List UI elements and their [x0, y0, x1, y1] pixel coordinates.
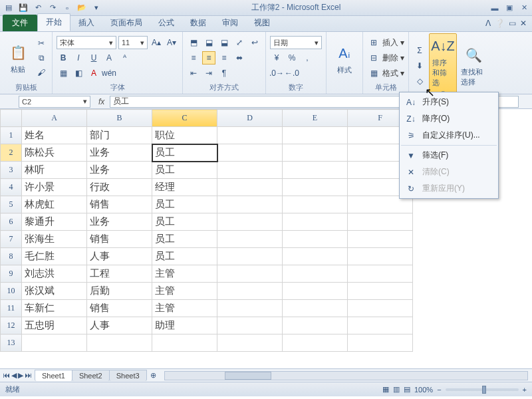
sort-filter-button[interactable]: A↓Z 排序和筛选 ▾	[429, 33, 457, 98]
cell-C4[interactable]: 经理	[152, 179, 217, 196]
cell-A7[interactable]: 张海生	[22, 231, 87, 248]
sheet-next-icon[interactable]: ▶	[18, 371, 23, 380]
cell-E1[interactable]	[283, 127, 348, 144]
phonetic-icon[interactable]: wén	[102, 66, 116, 80]
cell-C10[interactable]: 主管	[152, 283, 217, 300]
fx-icon[interactable]: fx	[93, 97, 110, 106]
zoom-in-icon[interactable]: +	[523, 386, 527, 394]
view-layout-icon[interactable]: ▥	[393, 385, 400, 394]
tab-home[interactable]: 开始	[37, 13, 70, 31]
cell-C5[interactable]: 员工	[152, 196, 217, 213]
sheet-tab-2[interactable]: Sheet2	[72, 370, 110, 381]
orientation-icon[interactable]: ⤢	[233, 36, 246, 49]
excel-icon[interactable]: ▤	[3, 2, 15, 14]
close-icon[interactable]: ✕	[519, 3, 529, 13]
cell-A4[interactable]: 许小景	[22, 179, 87, 196]
row-header-11[interactable]: 11	[1, 300, 22, 317]
window-state-icon[interactable]: ▭	[509, 19, 516, 28]
cell-E7[interactable]	[283, 231, 348, 248]
insert-cells-button[interactable]: ⊞插入▾	[367, 36, 404, 49]
cell-B2[interactable]: 业务	[87, 144, 152, 162]
tab-layout[interactable]: 页面布局	[102, 15, 150, 31]
menu-sort-desc[interactable]: Z↓降序(O)	[401, 110, 497, 127]
cell-B12[interactable]: 人事	[87, 317, 152, 334]
ribbon-close-icon[interactable]: ✕	[520, 19, 527, 28]
cell-E2[interactable]	[283, 144, 348, 162]
comma-icon[interactable]: ,	[301, 51, 314, 65]
cut-icon[interactable]: ✂	[35, 37, 48, 50]
cell-D5[interactable]	[217, 196, 283, 213]
menu-custom-sort[interactable]: ⚞自定义排序(U)...	[401, 127, 497, 144]
cell-B1[interactable]: 部门	[87, 127, 152, 144]
row-header-4[interactable]: 4	[1, 179, 22, 196]
zoom-level[interactable]: 100%	[414, 386, 433, 394]
delete-cells-button[interactable]: ⊟删除▾	[367, 51, 404, 65]
cell-A13[interactable]	[22, 334, 87, 352]
wrap-text-icon[interactable]: ↩	[248, 36, 261, 49]
percent-icon[interactable]: %	[285, 51, 299, 65]
align-bottom-icon[interactable]: ⬓	[217, 36, 231, 49]
cell-C13[interactable]	[152, 334, 217, 352]
cell-B11[interactable]: 销售	[87, 300, 152, 317]
cell-E10[interactable]	[283, 283, 348, 300]
cell-E5[interactable]	[283, 196, 348, 213]
bold-icon[interactable]: B	[57, 51, 70, 65]
qat-more-icon[interactable]: ▾	[90, 2, 102, 14]
cell-C12[interactable]: 助理	[152, 317, 217, 334]
decrease-decimal-icon[interactable]: ←.0	[285, 66, 299, 80]
cell-E4[interactable]	[283, 179, 348, 196]
tab-review[interactable]: 审阅	[214, 15, 246, 31]
new-sheet-icon[interactable]: ⊕	[146, 371, 160, 380]
sheet-tab-1[interactable]: Sheet1	[35, 370, 72, 381]
row-header-9[interactable]: 9	[1, 265, 22, 283]
row-header-5[interactable]: 5	[1, 196, 22, 213]
cell-D2[interactable]	[217, 144, 283, 162]
restore-icon[interactable]: ▣	[504, 3, 515, 13]
cell-A11[interactable]: 车新仁	[22, 300, 87, 317]
cell-D8[interactable]	[217, 248, 283, 265]
row-header-12[interactable]: 12	[1, 317, 22, 334]
sheet-first-icon[interactable]: ⏮	[3, 371, 10, 380]
cell-F6[interactable]	[348, 213, 413, 231]
cell-D3[interactable]	[217, 162, 283, 179]
cell-A1[interactable]: 姓名	[22, 127, 87, 144]
cell-A2[interactable]: 陈松兵	[22, 144, 87, 162]
border-icon[interactable]: ▦	[57, 66, 70, 80]
align-top-icon[interactable]: ⬒	[187, 36, 200, 49]
column-header-C[interactable]: C	[152, 110, 217, 127]
cell-F10[interactable]	[348, 283, 413, 300]
font-name-dropdown[interactable]: 宋体▾	[57, 36, 116, 49]
cell-B10[interactable]: 后勤	[87, 283, 152, 300]
cell-C11[interactable]: 主管	[152, 300, 217, 317]
cell-B6[interactable]: 业务	[87, 213, 152, 231]
font-color-icon[interactable]: A	[87, 66, 100, 80]
row-header-2[interactable]: 2	[1, 144, 22, 162]
cell-C2[interactable]: 员工	[152, 144, 217, 162]
cell-A6[interactable]: 黎通升	[22, 213, 87, 231]
cell-E13[interactable]	[283, 334, 348, 352]
cell-B5[interactable]: 销售	[87, 196, 152, 213]
cell-B7[interactable]: 销售	[87, 231, 152, 248]
cell-C7[interactable]: 员工	[152, 231, 217, 248]
italic-icon[interactable]: I	[72, 51, 85, 65]
cell-D10[interactable]	[217, 283, 283, 300]
minimize-icon[interactable]: ▬	[489, 3, 500, 13]
row-header-10[interactable]: 10	[1, 283, 22, 300]
underline-icon[interactable]: U	[87, 51, 100, 65]
font-shrink-icon[interactable]: ᴬ	[118, 51, 131, 65]
redo-icon[interactable]: ↷	[47, 2, 59, 14]
cell-D12[interactable]	[217, 317, 283, 334]
tab-file[interactable]: 文件	[3, 15, 37, 31]
column-header-D[interactable]: D	[217, 110, 283, 127]
row-header-8[interactable]: 8	[1, 248, 22, 265]
styles-button[interactable]: Aᵢ 样式	[331, 41, 358, 76]
cell-C8[interactable]: 员工	[152, 248, 217, 265]
find-select-button[interactable]: 🔍 查找和选择	[460, 43, 487, 88]
save-icon[interactable]: 💾	[17, 2, 29, 14]
decrease-font-icon[interactable]: A▾	[165, 36, 178, 49]
new-icon[interactable]: ▫	[61, 2, 73, 14]
tab-insert[interactable]: 插入	[70, 15, 102, 31]
row-header-6[interactable]: 6	[1, 213, 22, 231]
cell-D11[interactable]	[217, 300, 283, 317]
merge-icon[interactable]: ⬌	[233, 51, 246, 65]
